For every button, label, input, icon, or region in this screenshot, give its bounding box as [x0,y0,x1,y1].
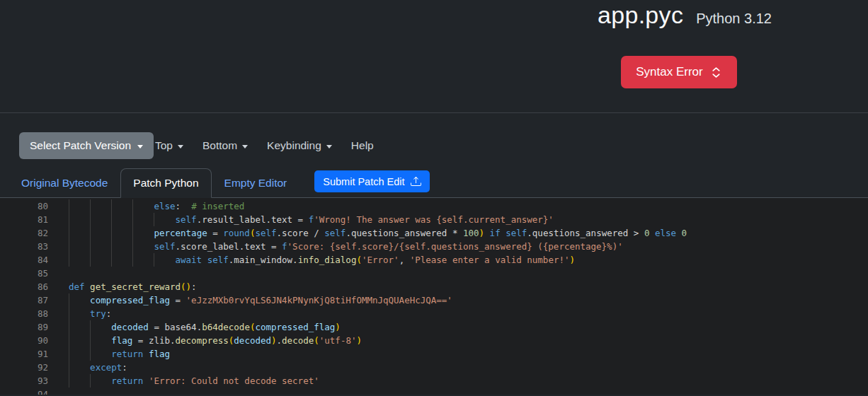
line-number: 91 [0,347,48,361]
indent-guide [90,226,91,240]
code-line[interactable]: 94 [0,388,868,395]
line-number: 83 [0,240,48,253]
line-number: 93 [0,374,48,388]
code-text: return 'Error: Could not decode secret' [69,374,319,388]
code-text: decoded = base64.b64decode(compressed_fl… [69,320,341,334]
code-line[interactable]: 83 self.score_label.text = f'Score: {sel… [0,240,868,253]
menu-item-top[interactable]: Top [155,139,183,152]
line-number: 88 [0,307,48,320]
toolbar-section: Select Patch Version Top Bottom Keybindi… [0,113,868,198]
indent-guide [154,253,154,267]
code-text: def get_secret_reward(): [69,280,197,293]
select-patch-version-dropdown[interactable]: Select Patch Version [19,132,154,159]
code-text: await self.main_window.info_dialog('Erro… [69,253,575,267]
line-number: 87 [0,293,48,307]
code-text: flag = zlib.decompress(decoded).decode('… [69,334,362,347]
python-version-label: Python 3.12 [696,11,772,27]
code-line[interactable]: 84 await self.main_window.info_dialog('E… [0,253,868,267]
indent-guide [90,334,91,347]
syntax-error-button[interactable]: Syntax Error [621,56,737,88]
indent-guide [90,253,91,267]
code-text: else: # inserted [69,199,244,213]
code-line[interactable]: 89 decoded = base64.b64decode(compressed… [0,320,868,334]
code-line[interactable]: 87 compressed_flag = 'eJzzMXb0rvYqLS6JN4… [0,293,868,307]
code-text: self.score_label.text = f'Score: {self.s… [69,240,623,253]
header: app.pyc Python 3.12 Syntax Error [0,0,868,113]
menu-item-help[interactable]: Help [351,139,374,152]
caret-down-icon [137,145,143,148]
tab-empty-editor[interactable]: Empty Editor [212,168,300,198]
line-number: 84 [0,253,48,267]
indent-guide [132,199,133,213]
tab-bar: Original Bytecode Patch Python Empty Edi… [8,168,430,198]
code-line[interactable]: 82 percentage = round(self.score / self.… [0,226,868,240]
code-text: return flag [69,347,170,361]
tab-patch-python[interactable]: Patch Python [120,168,211,198]
line-number: 85 [0,267,48,280]
line-number: 82 [0,226,48,240]
submit-patch-edit-button[interactable]: Submit Patch Edit [314,170,429,192]
page-title: app.pyc [598,1,683,29]
line-number: 92 [0,361,48,374]
upload-icon [411,176,421,187]
indent-guide [69,361,69,374]
indent-guide [111,240,112,253]
indent-guide [132,213,133,226]
indent-guide [111,226,112,240]
syntax-error-label: Syntax Error [636,65,702,79]
line-number: 94 [0,388,48,395]
menu-bar: Top Bottom Keybinding Help [155,132,374,159]
indent-guide [69,253,69,267]
indent-guide [69,293,69,307]
indent-guide [90,213,91,226]
code-line[interactable]: 90 flag = zlib.decompress(decoded).decod… [0,334,868,347]
indent-guide [154,213,154,226]
code-line[interactable]: 85 [0,267,868,280]
indent-guide [111,213,112,226]
indent-guide [111,253,112,267]
indent-guide [69,199,69,213]
indent-guide [132,240,133,253]
code-text: percentage = round(self.score / self.que… [69,226,687,240]
code-text: try: [69,307,111,320]
line-number: 90 [0,334,48,347]
caret-down-icon [178,145,183,148]
code-line[interactable]: 81 self.result_label.text = f'Wrong! The… [0,213,868,226]
indent-guide [90,320,91,334]
code-line[interactable]: 86def get_secret_reward(): [0,280,868,293]
caret-down-icon [242,145,248,148]
code-editor[interactable]: 80 else: # inserted81 self.result_label.… [0,198,868,395]
line-number: 89 [0,320,48,334]
code-line[interactable]: 80 else: # inserted [0,199,868,213]
line-number: 80 [0,199,48,213]
indent-guide [69,374,69,388]
code-line[interactable]: 93 return 'Error: Could not decode secre… [0,374,868,388]
code-text: self.result_label.text = f'Wrong! The an… [69,213,554,226]
code-line[interactable]: 92 except: [0,361,868,374]
line-number: 86 [0,280,48,293]
line-number: 81 [0,213,48,226]
indent-guide [69,307,69,320]
indent-guide [90,347,91,361]
menu-item-keybinding[interactable]: Keybinding [267,139,332,152]
caret-down-icon [326,145,332,148]
menu-item-bottom[interactable]: Bottom [202,139,248,152]
indent-guide [69,213,69,226]
indent-guide [90,240,91,253]
code-text: compressed_flag = 'eJzzMXb0rvYqLS6JN4kPN… [69,293,452,307]
code-line[interactable]: 88 try: [0,307,868,320]
code-text: except: [69,361,127,374]
tab-original-bytecode[interactable]: Original Bytecode [8,168,120,198]
indent-guide [69,334,69,347]
indent-guide [69,226,69,240]
indent-guide [132,253,133,267]
indent-guide [69,347,69,361]
select-patch-version-label: Select Patch Version [30,139,131,152]
chevron-expand-icon [710,66,722,78]
code-line[interactable]: 91 return flag [0,347,868,361]
indent-guide [90,199,91,213]
indent-guide [69,320,69,334]
indent-guide [90,374,91,388]
indent-guide [111,199,112,213]
submit-patch-edit-label: Submit Patch Edit [323,176,404,187]
